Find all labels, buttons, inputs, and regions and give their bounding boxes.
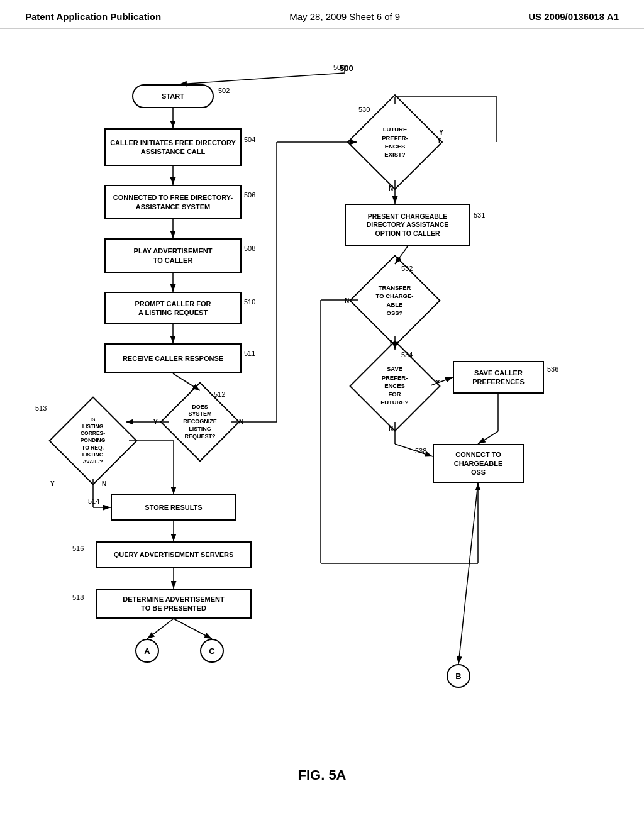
diagram-number: 500 [333,64,345,71]
box-511: RECEIVE CALLER RESPONSE [104,343,242,374]
ref-502: 502 [218,87,230,94]
ref-504: 504 [244,136,255,143]
diamond-513: ISLISTINGCORRES-PONDINGTO REQ.LISTINGAVA… [57,403,129,479]
svg-text:Y: Y [439,128,444,136]
svg-line-20 [147,619,174,639]
box-536: SAVE CALLER PREFERENCES [453,361,544,394]
diagram-area: 500 START 502 CALLER INITIATES FREE DIRE… [0,29,644,802]
label-532-N: N [345,297,349,304]
diamond-530: FUTUREPREFER-ENCESEXIST? [357,104,433,180]
ref-536: 536 [547,365,558,373]
circle-B: B [447,664,470,688]
ref-508: 508 [244,245,255,252]
label-512-N: N [239,419,243,426]
box-504: CALLER INITIATES FREE DIRECTORY ASSISTAN… [104,128,242,166]
label-513-N: N [102,480,106,487]
label-532-Y: Y [389,339,393,346]
box-510: PROMPT CALLER FOR A LISTING REQUEST [104,292,242,324]
fig-label: FIG. 5A [297,767,346,783]
header-right: US 2009/0136018 A1 [528,11,619,22]
page-header: Patent Application Publication May 28, 2… [0,0,644,29]
label-534-Y: Y [436,379,440,386]
ref-531: 531 [474,211,485,219]
box-518: DETERMINE ADVERTISEMENT TO BE PRESENTED [96,589,252,619]
box-516: QUERY ADVERTISEMENT SERVERS [96,541,252,568]
ref-513: 513 [35,404,47,412]
svg-line-36 [395,444,433,456]
box-538: CONNECT TO CHARGEABLE OSS [433,444,524,483]
start-node: START [132,84,214,108]
diamond-512: DOESSYSTEMRECOGNIZELISTINGREQUEST? [169,390,231,453]
box-506: CONNECTED TO FREE DIRECTORY- ASSISTANCE … [104,185,242,219]
svg-line-37 [458,483,478,664]
svg-line-21 [174,619,212,639]
svg-line-1 [179,73,345,84]
ref-511: 511 [244,350,255,357]
ref-516: 516 [72,545,84,552]
diamond-534: SAVEPREFER-ENCESFORFUTURE? [358,350,431,422]
box-508: PLAY ADVERTISEMENT TO CALLER [104,238,242,273]
diamond-532: TRANSFERTO CHARGE-ABLEOSS? [358,264,431,336]
box-514: STORE RESULTS [111,494,236,521]
ref-506: 506 [244,191,255,199]
ref-510: 510 [244,298,255,306]
label-534-N: N [389,425,393,432]
circle-A: A [135,639,159,663]
ref-518: 518 [72,594,84,601]
circle-C: C [200,639,224,663]
label-513-Y: Y [50,480,55,487]
svg-line-34 [478,431,498,444]
header-left: Patent Application Publication [25,11,161,22]
label-530-N: N [389,185,393,192]
ref-538: 538 [415,447,426,455]
header-center: May 28, 2009 Sheet 6 of 9 [289,11,400,22]
box-531: PRESENT CHARGEABLE DIRECTORY ASSISTANCE … [345,204,470,246]
ref-514: 514 [88,497,99,505]
label-530-Y: Y [437,137,441,144]
label-512-Y: Y [153,419,158,426]
